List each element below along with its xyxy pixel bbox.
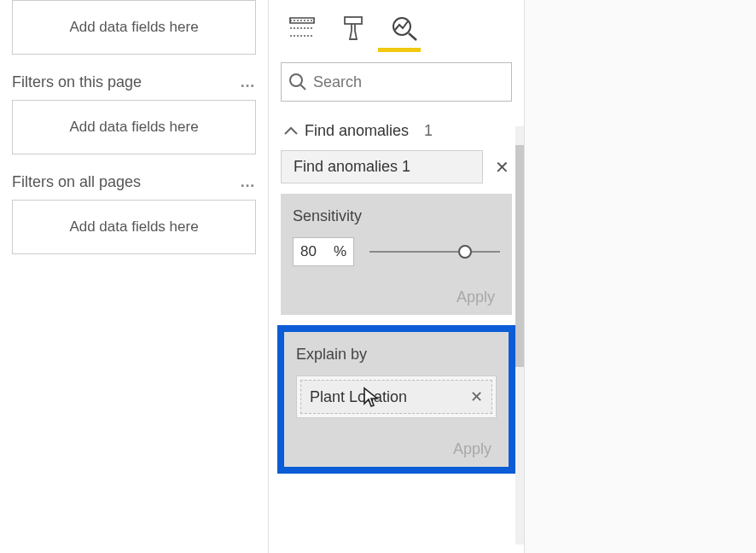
anomaly-chip-label: Find anomalies 1: [294, 158, 410, 175]
explain-by-fieldwell[interactable]: Plant Location ✕: [296, 375, 497, 418]
sensitivity-unit: %: [334, 243, 346, 260]
explain-by-field-label: Plant Location: [310, 388, 407, 406]
format-tab-icon[interactable]: [339, 14, 368, 43]
explain-by-field-chip[interactable]: Plant Location ✕: [300, 380, 492, 414]
visualizations-panel: Find anomalies 1 Find anomalies 1 ✕ Sens…: [269, 0, 525, 553]
search-input[interactable]: [313, 73, 511, 91]
explain-apply-button[interactable]: Apply: [296, 440, 497, 458]
filters-all-label: Filters on all pages: [12, 173, 141, 191]
anomaly-chip-row: Find anomalies 1 ✕: [269, 150, 524, 190]
expander-count: 1: [424, 122, 433, 140]
filters-page-dropzone[interactable]: Add data fields here: [12, 100, 256, 154]
canvas-area: [525, 0, 756, 553]
explain-by-label: Explain by: [296, 346, 497, 364]
svg-line-5: [300, 85, 305, 90]
active-tab-underline: [378, 48, 421, 52]
fields-tab-icon[interactable]: [288, 14, 317, 43]
viz-tab-row: [269, 0, 524, 48]
find-anomalies-expander[interactable]: Find anomalies 1: [269, 112, 524, 150]
dropzone-label: Add data fields here: [69, 119, 198, 136]
filters-page-more-icon[interactable]: …: [240, 73, 256, 91]
filters-visual-dropzone[interactable]: Add data fields here: [12, 0, 256, 55]
sensitivity-label: Sensitivity: [293, 207, 500, 225]
filters-page-header: Filters on this page …: [12, 73, 256, 91]
filters-panel: Add data fields here Filters on this pag…: [0, 0, 269, 553]
sensitivity-value: 80: [300, 243, 317, 260]
chevron-up-icon: [284, 126, 298, 137]
filters-all-more-icon[interactable]: …: [240, 173, 256, 191]
svg-rect-1: [345, 17, 362, 24]
explain-by-highlight: Explain by Plant Location ✕ Apply: [277, 325, 515, 474]
dropzone-label: Add data fields here: [69, 19, 198, 36]
slider-thumb[interactable]: [458, 245, 472, 259]
sensitivity-input[interactable]: 80 %: [293, 237, 354, 266]
slider-track: [369, 251, 500, 253]
dropzone-label: Add data fields here: [69, 218, 198, 236]
sensitivity-apply-button[interactable]: Apply: [293, 288, 500, 306]
filters-page-label: Filters on this page: [12, 73, 142, 91]
filters-all-dropzone[interactable]: Add data fields here: [12, 200, 256, 254]
anomaly-chip[interactable]: Find anomalies 1: [281, 150, 483, 183]
filters-all-header: Filters on all pages …: [12, 173, 256, 191]
svg-point-4: [290, 74, 302, 86]
sensitivity-block: Sensitivity 80 % Apply: [281, 194, 512, 315]
sensitivity-slider[interactable]: [369, 242, 500, 262]
cursor-icon: [363, 387, 380, 409]
close-icon[interactable]: ✕: [491, 157, 512, 178]
expander-label: Find anomalies: [305, 122, 409, 140]
analytics-tab-icon[interactable]: [390, 14, 419, 43]
search-icon: [282, 73, 313, 91]
scrollbar-thumb[interactable]: [515, 145, 524, 367]
search-box[interactable]: [281, 62, 512, 102]
close-icon[interactable]: ✕: [470, 387, 483, 406]
svg-line-3: [409, 33, 416, 40]
